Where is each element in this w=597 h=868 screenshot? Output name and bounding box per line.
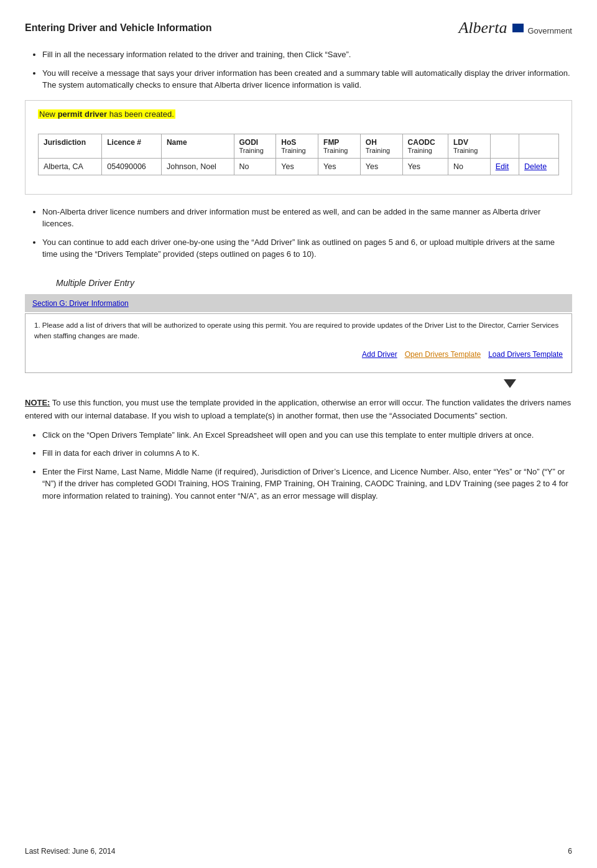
intro-bullet-1: Fill in all the necessary information re… (42, 48, 572, 61)
table-row: Alberta, CA 054090006 Johnson, Noel No Y… (39, 158, 559, 175)
multiple-driver-entry-label: Multiple Driver Entry (56, 278, 572, 288)
col-ldv: LDVTraining (448, 134, 490, 158)
cell-hos: Yes (276, 158, 318, 175)
cell-licence: 054090006 (102, 158, 162, 175)
section-g-link[interactable]: Section G: Driver Information (32, 299, 129, 308)
arrow-icon (504, 379, 516, 388)
table-header-row: Jurisdiction Licence # Name GODITraining… (39, 134, 559, 158)
driver-table: Jurisdiction Licence # Name GODITraining… (38, 134, 559, 175)
instruction-text: 1. Please add a list of drivers that wil… (34, 320, 563, 342)
cell-name: Johnson, Noel (161, 158, 234, 175)
col-caodc: CAODCTraining (402, 134, 448, 158)
add-driver-link[interactable]: Add Driver (362, 349, 397, 360)
logo: Alberta Government (458, 19, 572, 37)
instruction-box: 1. Please add a list of drivers that wil… (25, 313, 572, 374)
notification-text: New permit driver has been created. (38, 109, 175, 119)
bullet2-2: You can continue to add each driver one-… (42, 236, 572, 261)
last-revised: Last Revised: June 6, 2014 (25, 847, 115, 856)
logo-text: Alberta (458, 19, 507, 37)
bullets3-list: Click on the “Open Drivers Template” lin… (25, 429, 572, 502)
cell-fmp: Yes (318, 158, 361, 175)
bullet3-1: Click on the “Open Drivers Template” lin… (42, 429, 572, 441)
col-delete-header (519, 134, 559, 158)
notification-box: New permit driver has been created. Juri… (25, 100, 572, 195)
bullet3-3: Enter the First Name, Last Name, Middle … (42, 466, 572, 502)
cell-oh: Yes (360, 158, 402, 175)
load-drivers-template-link[interactable]: Load Drivers Template (488, 349, 563, 360)
notification-after: has been created. (107, 109, 174, 119)
page-title: Entering Driver and Vehicle Information (25, 22, 212, 34)
logo-gov-text: Government (527, 26, 572, 35)
intro-bullet-2: You will receive a message that says you… (42, 67, 572, 91)
cell-jurisdiction: Alberta, CA (39, 158, 102, 175)
cell-caodc: Yes (402, 158, 448, 175)
col-hos: HoSTraining (276, 134, 318, 158)
notification-bold: permit driver (58, 109, 107, 119)
cell-delete[interactable]: Delete (519, 158, 559, 175)
col-oh: OHTraining (360, 134, 402, 158)
logo-flag-icon (512, 24, 524, 32)
section-g-bar: Section G: Driver Information (25, 294, 572, 312)
col-name: Name (161, 134, 234, 158)
cell-ldv: No (448, 158, 490, 175)
notification-before: New (39, 109, 58, 119)
action-links: Add Driver Open Drivers Template Load Dr… (34, 349, 563, 360)
open-drivers-template-link[interactable]: Open Drivers Template (405, 349, 481, 360)
col-fmp: FMPTraining (318, 134, 361, 158)
arrow-indicator (25, 379, 572, 388)
col-jurisdiction: Jurisdiction (39, 134, 102, 158)
note-label: NOTE: (25, 398, 50, 407)
bullet3-2: Fill in data for each driver in columns … (42, 447, 572, 459)
col-licence: Licence # (102, 134, 162, 158)
page-number: 6 (568, 847, 572, 856)
note-text: To use this function, you must use the t… (25, 398, 571, 420)
cell-edit[interactable]: Edit (490, 158, 519, 175)
bullet2-1: Non-Alberta driver licence numbers and d… (42, 206, 572, 230)
bullets2-list: Non-Alberta driver licence numbers and d… (25, 206, 572, 261)
intro-bullet-list: Fill in all the necessary information re… (25, 48, 572, 91)
cell-godi: No (234, 158, 276, 175)
note-section: NOTE: To use this function, you must use… (25, 397, 572, 423)
col-godi: GODITraining (234, 134, 276, 158)
col-edit-header (490, 134, 519, 158)
